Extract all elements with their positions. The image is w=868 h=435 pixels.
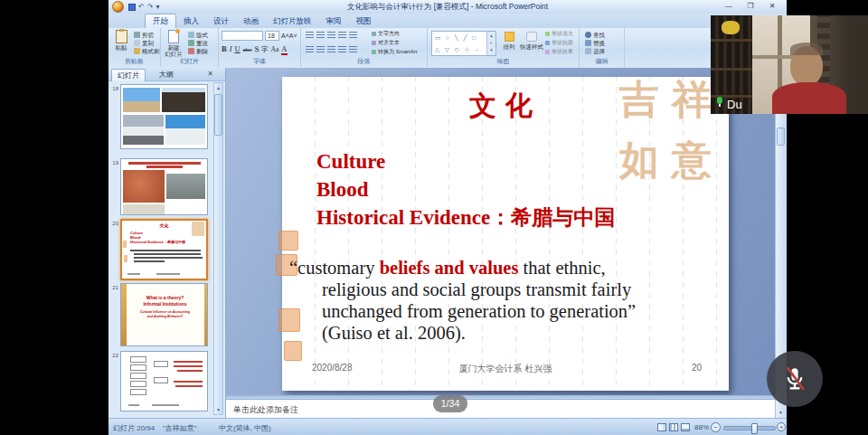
align-left-icon[interactable]: [306, 46, 314, 53]
slide-thumbnail-18[interactable]: [120, 84, 208, 149]
italic-button[interactable]: I: [230, 44, 232, 53]
sidebar-tab-outline[interactable]: 大纲: [154, 69, 179, 80]
align-center-icon[interactable]: [316, 46, 325, 53]
sidebar-scrollbar[interactable]: ▲ ▼: [213, 82, 223, 415]
close-button[interactable]: ✕: [765, 1, 779, 12]
undo-button[interactable]: ↶: [138, 3, 145, 11]
zoom-percent[interactable]: 88%: [694, 423, 709, 431]
tiny-red-text: [175, 385, 203, 387]
sidebar-close-icon[interactable]: ✕: [207, 70, 213, 78]
indent-decrease-icon[interactable]: [327, 32, 335, 39]
smartart-button[interactable]: 转换为 SmartArt: [372, 48, 417, 56]
bold-button[interactable]: B: [222, 44, 227, 53]
shape-fill-button[interactable]: 形状填充: [545, 30, 573, 38]
grow-shrink-font[interactable]: A˄A˅: [281, 32, 297, 40]
alignment-buttons[interactable]: [306, 46, 360, 55]
tab-insert[interactable]: 插入: [176, 14, 206, 28]
thumb-number: 22: [109, 353, 118, 358]
bookshelf-shelf: [711, 68, 752, 71]
select-button[interactable]: 选择: [585, 47, 605, 55]
minimize-button[interactable]: —: [722, 1, 736, 12]
font-size-input[interactable]: 18: [265, 31, 279, 41]
delete-icon: [188, 48, 194, 54]
list-indent-buttons[interactable]: [306, 32, 360, 41]
save-icon[interactable]: [128, 4, 136, 11]
bullets-icon[interactable]: [306, 32, 314, 39]
zoom-slider-track[interactable]: [723, 426, 776, 430]
webcam-video[interactable]: Du: [711, 15, 868, 114]
slide-canvas[interactable]: 吉祥 如意 文化 Culture Blood Historical Eviden…: [282, 77, 729, 391]
slide-thumbnail-19[interactable]: [120, 158, 208, 215]
slide-headings[interactable]: Culture Blood Historical Evidence：希腊与中国: [316, 147, 615, 232]
seal-stamp: [284, 341, 302, 361]
quick-styles-button[interactable]: 快速样式: [520, 32, 543, 50]
redo-button[interactable]: ↷: [147, 3, 154, 11]
replace-button[interactable]: 替换: [585, 39, 605, 47]
slideshow-view-button[interactable]: [681, 423, 690, 431]
font-name-input[interactable]: [222, 31, 263, 41]
numbering-icon[interactable]: [316, 32, 325, 39]
scroll-down-icon[interactable]: ▼: [777, 408, 785, 417]
office-button-icon[interactable]: [112, 1, 124, 13]
new-slide-button[interactable]: 新建幻灯片: [163, 30, 184, 57]
layout-button[interactable]: 版式: [188, 31, 208, 39]
diagram-box: [154, 377, 168, 383]
sidebar-tab-slides[interactable]: 幻灯片: [111, 69, 146, 81]
justify-icon[interactable]: [338, 46, 346, 53]
tab-animations[interactable]: 动画: [236, 14, 266, 28]
tab-slideshow[interactable]: 幻灯片放映: [266, 14, 319, 28]
change-case-button[interactable]: Aa: [271, 45, 279, 53]
tab-view[interactable]: 视图: [349, 14, 379, 28]
align-right-icon[interactable]: [327, 46, 335, 53]
window-controls: — ❐ ✕: [722, 1, 779, 12]
notes-panel[interactable]: 单击此处添加备注: [226, 399, 775, 418]
mute-microphone-button[interactable]: [767, 351, 823, 407]
slide-thumbnail-20-selected[interactable]: 文化 CultureBloodHistorical Evidence：希腊与中国: [120, 219, 208, 280]
format-painter-icon: [134, 48, 140, 54]
diagram-box: [130, 356, 146, 363]
tiny-red-text: [174, 365, 203, 367]
slide-thumbnail-21[interactable]: What is a theory?Informal Institutions C…: [120, 283, 208, 346]
copy-button[interactable]: 复制: [134, 39, 154, 47]
scroll-down-icon[interactable]: ▼: [214, 405, 222, 414]
underline-button[interactable]: U: [235, 44, 241, 53]
shape-effects-button[interactable]: 形状效果: [545, 48, 573, 56]
title-bar: ↶ ↷ ▾ 文化影响与会计审计行为 [兼容模式] - Microsoft Pow…: [108, 0, 787, 14]
maximize-button[interactable]: ❐: [743, 1, 758, 12]
slide-sorter-view-button[interactable]: [669, 423, 678, 431]
shape-outline-button[interactable]: 形状轮廓: [545, 39, 573, 47]
zoom-in-button[interactable]: +: [777, 422, 786, 431]
format-painter-button[interactable]: 格式刷: [134, 47, 160, 55]
indent-increase-icon[interactable]: [338, 32, 346, 39]
align-text-button[interactable]: 对齐文本: [372, 39, 400, 47]
font-color-button[interactable]: A: [281, 44, 287, 55]
strikethrough-button[interactable]: abc: [243, 46, 252, 53]
paste-button[interactable]: 粘贴: [110, 30, 132, 51]
find-button[interactable]: 查找: [585, 31, 605, 39]
shadow-button[interactable]: S: [254, 44, 259, 53]
qat-dropdown-icon[interactable]: ▾: [156, 3, 159, 11]
slide-title[interactable]: 文化: [282, 88, 729, 125]
arrange-button[interactable]: 排列: [500, 32, 518, 50]
editor-scroll-thumb[interactable]: [777, 128, 785, 146]
tab-home[interactable]: 开始: [145, 14, 176, 28]
sidebar-scroll-thumb[interactable]: [214, 94, 222, 136]
zoom-slider-thumb[interactable]: [751, 423, 758, 434]
columns-icon[interactable]: [349, 46, 357, 53]
slide-quote[interactable]: “customary beliefs and values that ethni…: [289, 257, 718, 344]
text-direction-button[interactable]: 文字方向: [372, 30, 400, 38]
tab-review[interactable]: 审阅: [319, 14, 349, 28]
char-spacing-button[interactable]: 字: [261, 45, 269, 53]
status-language: 中文(简体, 中国): [219, 423, 271, 433]
reset-button[interactable]: 重设: [188, 39, 208, 47]
zoom-out-button[interactable]: −: [711, 422, 721, 432]
cut-button[interactable]: 剪切: [134, 31, 154, 39]
delete-button[interactable]: 删除: [188, 47, 208, 55]
shapes-gallery[interactable]: ▭ ○ ╲ ╱ □ △ ▽ ◇ ☆ ⌣ ▴▪▾: [431, 31, 496, 56]
scroll-up-icon[interactable]: ▲: [214, 83, 222, 92]
slide-thumbnail-22[interactable]: [120, 351, 208, 411]
normal-view-button[interactable]: [657, 423, 666, 431]
tab-design[interactable]: 设计: [206, 14, 236, 28]
shapes-gallery-scroll[interactable]: ▴▪▾: [486, 32, 495, 55]
line-spacing-icon[interactable]: [349, 32, 357, 39]
